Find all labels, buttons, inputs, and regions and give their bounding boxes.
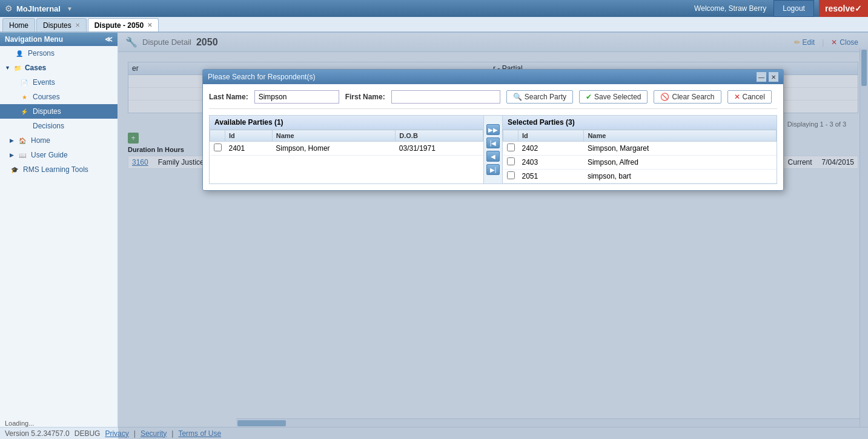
selected-col-check (503, 130, 518, 142)
save-selected-button[interactable]: ✔ Save Selected (579, 90, 648, 104)
last-name-input[interactable] (254, 90, 339, 104)
person-icon: 👤 (15, 48, 24, 58)
triangle-right-icon: ▶ (10, 137, 14, 144)
sidebar-home-label: Home (31, 136, 50, 145)
transfer-first-button[interactable]: |◀ (486, 137, 500, 148)
sidebar-collapse-icon[interactable]: ≪ (105, 35, 113, 44)
sidebar-item-cases[interactable]: ▼ 📁 Cases (0, 61, 118, 75)
expand-icon[interactable]: ▼ (67, 5, 73, 12)
triangle-down-icon: ▼ (5, 65, 10, 71)
last-name-label: Last Name: (209, 93, 248, 101)
modal-body: Last Name: First Name: 🔍 Search Party ✔ … (203, 84, 783, 190)
available-col-id: Id (225, 130, 273, 142)
sidebar-item-events[interactable]: 📄 Events (0, 75, 118, 90)
tab-disputes-label: Disputes (43, 21, 71, 30)
sidebar-title: Navigation Menu (5, 35, 63, 44)
tab-dispute-2050-label: Dispute - 2050 (94, 21, 144, 30)
sidebar-persons-label: Persons (28, 49, 55, 58)
selected-row-2051[interactable]: 2051 simpson, bart (503, 170, 777, 183)
transfer-left-button[interactable]: ◀ (486, 151, 500, 162)
app-icon: ⚙ (5, 4, 13, 13)
selected-parties-table: Id Name 2402 Simpson, Margaret (503, 130, 777, 183)
tabbar: Home Disputes ✕ Dispute - 2050 ✕ (0, 17, 868, 33)
topbar-left: ⚙ MoJInternal ▼ (5, 4, 73, 13)
cancel-x-icon: ✕ (734, 93, 740, 101)
transfer-buttons: ▶▶ |◀ ◀ ▶| (484, 115, 502, 184)
selected-col-id: Id (518, 130, 584, 142)
courses-icon: ★ (19, 92, 29, 102)
selected-panel-header: Selected Parties (3) (503, 116, 777, 130)
sidebar-item-home[interactable]: ▶ 🏠 Home (0, 133, 118, 148)
tab-home[interactable]: Home (2, 18, 35, 31)
selected-col-name: Name (584, 130, 777, 142)
selected-panel: Selected Parties (3) Id Name (502, 115, 777, 184)
search-party-button[interactable]: 🔍 Search Party (506, 90, 573, 104)
available-row-2401[interactable]: 2401 Simpson, Homer 03/31/1971 (210, 142, 483, 156)
sidebar-events-label: Events (33, 78, 55, 87)
home-icon: 🏠 (18, 136, 27, 145)
logout-button[interactable]: Logout (774, 0, 814, 17)
selected-id-2403: 2403 (518, 156, 584, 170)
version-text: Version 5.2.34757.0 (5, 429, 70, 438)
sidebar: Navigation Menu ≪ 👤 Persons ▼ 📁 Cases 📄 … (0, 33, 118, 439)
save-selected-label: Save Selected (594, 93, 641, 101)
user-guide-icon: 📖 (18, 150, 27, 160)
tab-home-label: Home (9, 21, 28, 30)
sidebar-item-disputes[interactable]: ⚡ Disputes (0, 104, 118, 119)
first-name-label: First Name: (345, 93, 385, 101)
tab-dispute-2050-close[interactable]: ✕ (147, 22, 152, 28)
modal-minimize-button[interactable]: — (757, 72, 766, 82)
available-dob-2401: 03/31/1971 (396, 142, 483, 156)
available-name-2401: Simpson, Homer (272, 142, 396, 156)
first-name-input[interactable] (391, 90, 500, 104)
sidebar-rms-label: RMS Learning Tools (23, 165, 88, 174)
available-panel: Available Parties (1) Id Name D.O.B (209, 115, 484, 184)
sidebar-userguide-label: User Guide (31, 151, 68, 159)
clear-icon: 🚫 (660, 93, 669, 101)
clear-search-button[interactable]: 🚫 Clear Search (654, 90, 721, 104)
modal-header-buttons: — ✕ (757, 72, 778, 82)
tab-disputes[interactable]: Disputes ✕ (36, 18, 87, 31)
sidebar-item-persons[interactable]: 👤 Persons (0, 46, 118, 61)
parties-layout: Available Parties (1) Id Name D.O.B (209, 115, 777, 184)
sidebar-decisions-label: Decisions (33, 122, 64, 130)
events-icon: 📄 (19, 78, 29, 87)
selected-checkbox-2051[interactable] (507, 171, 515, 179)
modal-close-button[interactable]: ✕ (769, 72, 778, 82)
selected-checkbox-2402[interactable] (507, 144, 515, 151)
triangle-right-icon2: ▶ (10, 152, 14, 158)
selected-id-2051: 2051 (518, 170, 584, 183)
sidebar-cases-label: Cases (25, 64, 46, 72)
check-icon: ✔ (586, 93, 592, 101)
available-col-name: Name (272, 130, 396, 142)
app-name: MoJInternal (16, 4, 61, 13)
selected-checkbox-2403[interactable] (507, 157, 515, 165)
tab-dispute-2050[interactable]: Dispute - 2050 ✕ (88, 18, 159, 31)
cases-icon: 📁 (13, 63, 22, 73)
loading-text: Loading... (5, 420, 34, 427)
selected-row-2403[interactable]: 2403 Simpson, Alfred (503, 156, 777, 170)
cancel-button[interactable]: ✕ Cancel (727, 90, 772, 104)
sidebar-item-user-guide[interactable]: ▶ 📖 User Guide (0, 148, 118, 162)
sidebar-item-courses[interactable]: ★ Courses (0, 90, 118, 104)
selected-id-2402: 2402 (518, 142, 584, 156)
modal-overlay: Please Search for Respondent(s) — ✕ Last… (118, 33, 868, 439)
sidebar-item-rms-learning[interactable]: 🎓 RMS Learning Tools (0, 162, 118, 177)
main-layout: Navigation Menu ≪ 👤 Persons ▼ 📁 Cases 📄 … (0, 33, 868, 439)
cancel-label: Cancel (743, 93, 765, 101)
sidebar-header: Navigation Menu ≪ (0, 33, 118, 46)
transfer-all-right-button[interactable]: ▶▶ (486, 124, 500, 135)
search-party-label: Search Party (525, 93, 566, 101)
selected-row-2402[interactable]: 2402 Simpson, Margaret (503, 142, 777, 156)
tab-disputes-close[interactable]: ✕ (75, 22, 80, 28)
content-area: 🔧 Dispute Detail 2050 ✏ Edit | ✕ Close (118, 33, 868, 439)
available-col-check (210, 130, 225, 142)
available-checkbox-2401[interactable] (214, 144, 222, 151)
sidebar-courses-label: Courses (33, 93, 60, 101)
available-panel-header: Available Parties (1) (210, 116, 483, 130)
selected-name-2403: Simpson, Alfred (584, 156, 777, 170)
sidebar-disputes-label: Disputes (33, 107, 61, 116)
sidebar-item-decisions[interactable]: Decisions (0, 119, 118, 133)
modal-header: Please Search for Respondent(s) — ✕ (203, 70, 783, 84)
transfer-last-button[interactable]: ▶| (486, 164, 500, 175)
